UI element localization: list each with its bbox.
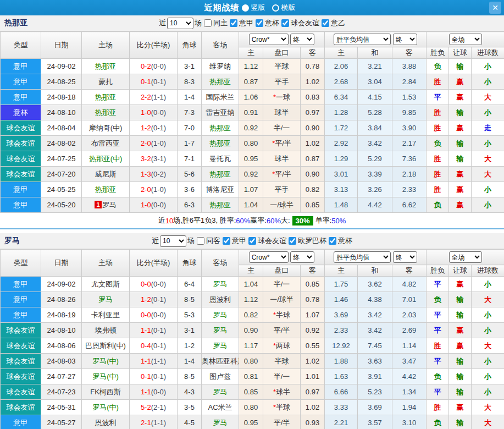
league-checkbox[interactable] [223, 237, 230, 245]
odds-company-select[interactable]: Crow* [249, 34, 289, 45]
league-cell: 球会友谊 [1, 323, 41, 338]
league-checkbox[interactable] [322, 19, 329, 27]
fullmatch-select[interactable]: 全场 [449, 34, 482, 45]
odds-away-cell: 1.02 [301, 74, 325, 90]
vertical-layout-radio[interactable] [242, 4, 249, 12]
home-team-cell: 罗马(中) [82, 369, 130, 384]
odds-company-select[interactable]: Crow* [249, 251, 289, 263]
odds-away-cell: 0.78 [301, 59, 325, 74]
same-venue-checkbox[interactable] [197, 237, 204, 245]
match-row: 球会友谊24-07-27罗马(中)0-1(0-1)8-5图卢兹0.81半/一1.… [1, 369, 504, 384]
away-team-name: 热那亚 [209, 124, 231, 132]
date-cell: 24-08-06 [41, 338, 82, 354]
date-cell: 24-09-02 [41, 277, 82, 292]
score-cell: 1-3(0-2) [130, 167, 178, 182]
league-label: 意杯 [338, 236, 352, 246]
match-row: 意甲24-05-27恩波利2-1(1-1)4-5罗马0.95平/半0.932.2… [1, 415, 504, 429]
handicap-line-cell: 一/球半 [263, 197, 301, 213]
col-date: 日期 [41, 250, 82, 277]
same-venue-checkbox[interactable] [204, 19, 212, 27]
league-cell: 球会友谊 [1, 167, 41, 182]
date-cell: 24-08-02 [41, 136, 82, 151]
odds-home-cell: 1.17 [239, 338, 263, 354]
fulltime-score: 0-4 [141, 342, 151, 350]
handicap-line-text: 平/半 [274, 419, 290, 427]
col-mean-home: 主 [325, 265, 358, 277]
home-team-name: 热那亚 [95, 108, 117, 117]
corner-cell: 7-0 [178, 120, 202, 136]
odds-away-cell: 0.82 [301, 182, 325, 197]
away-team-cell: 罗马 [202, 307, 239, 323]
mean-type-select[interactable]: 胜平负均值 [334, 34, 391, 45]
games-label: 场 [187, 236, 195, 246]
date-cell: 24-08-10 [41, 105, 82, 120]
col-odds-home: 主 [239, 265, 263, 277]
result-handicap-cell: 输 [449, 151, 472, 167]
away-team-name: 曼托瓦 [209, 155, 231, 163]
recent-count-select[interactable]: 10 [160, 235, 186, 247]
corner-cell: 8-5 [178, 292, 202, 307]
corner-cell: 7-3 [178, 105, 202, 120]
corner-cell: 1-7 [178, 136, 202, 151]
odds-final-select[interactable]: 终 [290, 34, 314, 45]
close-icon[interactable]: ✕ [489, 2, 501, 14]
mean-final-select[interactable]: 终 [393, 251, 417, 263]
odds-away-cell: 0.97 [301, 384, 325, 400]
handicap-line-cell: *一球 [263, 90, 301, 105]
result-goals-cell: 小 [472, 59, 504, 74]
fullmatch-select[interactable]: 全场 [449, 251, 482, 263]
home-team-cell: 布雷西亚 [82, 136, 130, 151]
mean-final-select[interactable]: 终 [393, 34, 417, 45]
score-cell: 1-2(0-1) [130, 120, 178, 136]
league-checkbox[interactable] [289, 237, 296, 245]
league-checkbox[interactable] [281, 19, 289, 27]
league-checkbox[interactable] [256, 19, 263, 27]
col-mean-away: 客 [392, 47, 427, 59]
mean-away-cell: 1.34 [392, 384, 427, 400]
result-goals-cell: 小 [472, 74, 504, 90]
away-team-name: 图卢兹 [209, 372, 231, 381]
league-checkbox[interactable] [248, 237, 256, 245]
away-team-cell: 热那亚 [202, 167, 239, 182]
mean-draw-cell: 3.91 [358, 369, 392, 384]
handicap-line-cell: *平/半 [263, 167, 301, 182]
result-handicap-cell: 输 [449, 369, 472, 384]
away-team-cell: 罗马 [202, 384, 239, 400]
odds-home-cell: 0.91 [239, 105, 263, 120]
score-cell: 1-0(0-0) [130, 105, 178, 120]
halftime-score: (3-1) [151, 155, 166, 163]
odds-away-cell: 0.87 [301, 151, 325, 167]
score-cell: 0-1(0-1) [130, 74, 178, 90]
mean-away-cell: 3.47 [392, 354, 427, 369]
summary-segment: 60% [236, 217, 250, 225]
corner-cell: 8-5 [178, 369, 202, 384]
result-wl-cell: 负 [427, 415, 449, 429]
match-row: 意甲24-08-26罗马1-2(0-1)8-5恩波利1.12一/球半0.781.… [1, 292, 504, 307]
home-team-name: 热那亚 [95, 93, 117, 101]
summary-row: 近10场,胜6平1负3, 胜率:60% 赢率:60% 大: 30% 单率:50% [0, 213, 504, 229]
halftime-score: (1-1) [151, 419, 166, 427]
horizontal-layout-radio[interactable] [272, 4, 279, 12]
odds-home-cell: 0.87 [239, 74, 263, 90]
handicap-line-text: 一球 [276, 93, 290, 101]
league-checkbox[interactable] [329, 237, 336, 245]
away-team-name: 罗马 [213, 342, 228, 350]
matches-table: 类型 日期 主场 比分(半场) 角球 客场 Crow* 终 [0, 249, 504, 429]
match-row: 球会友谊24-08-04摩纳哥(中)1-2(0-1)7-0热那亚0.92半/一0… [1, 120, 504, 136]
mean-draw-cell: 5.23 [358, 384, 392, 400]
odds-home-cell: 1.07 [239, 182, 263, 197]
score-cell: 3-2(3-1) [130, 151, 178, 167]
col-corner: 角球 [178, 250, 202, 277]
league-cell: 意甲 [1, 415, 41, 429]
odds-home-cell: 1.04 [239, 197, 263, 213]
recent-count-select[interactable]: 10 [167, 18, 193, 29]
filter-controls: 近10场同主意甲意杯球会友谊意乙 [158, 18, 346, 29]
score-cell: 1-1(0-0) [130, 384, 178, 400]
league-checkbox[interactable] [230, 19, 237, 27]
mean-away-cell: 7.36 [392, 151, 427, 167]
mean-away-cell: 2.33 [392, 182, 427, 197]
odds-final-select[interactable]: 终 [290, 251, 314, 263]
mean-draw-cell: 4.38 [358, 292, 392, 307]
mean-type-select[interactable]: 胜平负均值 [334, 251, 391, 263]
league-cell: 球会友谊 [1, 136, 41, 151]
